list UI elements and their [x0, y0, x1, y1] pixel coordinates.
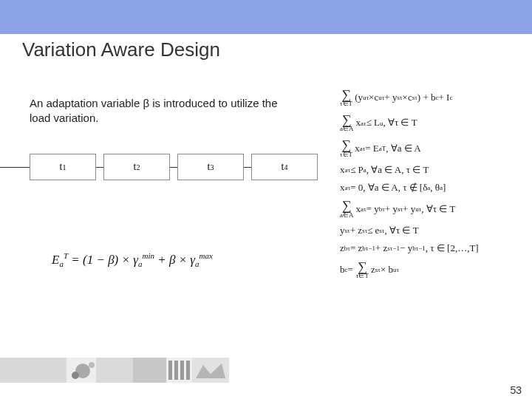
- svg-rect-0: [0, 358, 66, 383]
- svg-rect-8: [168, 361, 172, 380]
- footer-graphic-icon: [0, 358, 532, 383]
- timeline-tick-3: t3: [177, 154, 244, 180]
- main-equation: EaT = (1 − β) × γamin + β × γamax: [52, 251, 213, 268]
- header-band: [0, 0, 532, 34]
- eq-load-limit: ∑a∈A xaτ ≤ Lu , ∀τ ∈ T: [340, 114, 525, 132]
- eq-window: xaτ = 0, ∀a ∈ A, τ ∉ [δa, θa]: [340, 183, 525, 194]
- page-title: Variation Aware Design: [22, 38, 220, 61]
- svg-point-4: [89, 362, 95, 368]
- timeline: t1 t2 t3 t4: [0, 154, 318, 183]
- eq-power-limit: xaτ ≤ Pa , ∀a ∈ A, τ ∈ T: [340, 165, 525, 176]
- svg-rect-12: [192, 358, 229, 383]
- eq-balance: ∑a∈A xaτ = ybτ + ysτ + yuτ , ∀τ ∈ T: [340, 200, 525, 218]
- timeline-tick-2: t2: [103, 154, 170, 180]
- intro-text: An adaptation variable β is introduced t…: [30, 96, 296, 126]
- timeline-tick-4: t4: [251, 154, 318, 180]
- footer-decoration: [0, 358, 532, 383]
- svg-rect-5: [96, 358, 133, 383]
- svg-point-3: [72, 372, 79, 379]
- timeline-tick-1: t1: [30, 154, 96, 180]
- svg-rect-10: [180, 361, 184, 380]
- svg-rect-13: [229, 358, 532, 383]
- eq-battery-state: zbτ = zbτ−1 + zsτ−1 − ybτ−1 , τ ∈ [2,…,T…: [340, 243, 525, 254]
- svg-rect-11: [186, 361, 190, 380]
- constraint-equations: ∑τ∈T (yuτ×cuτ + ysτ×csτ) + bc + Ic ∑a∈A …: [340, 89, 525, 286]
- page-number: 53: [510, 384, 522, 396]
- eq-storage-limit: ysτ + zsτ ≤ esτ , ∀τ ∈ T: [340, 225, 525, 236]
- svg-rect-6: [133, 358, 166, 383]
- svg-rect-9: [174, 361, 178, 380]
- eq-energy: ∑τ∈T xaτ = EaT , ∀a ∈ A: [340, 139, 525, 157]
- eq-battery-cost: bc = ∑τ∈T zsτ × buτ: [340, 261, 525, 279]
- eq-objective: ∑τ∈T (yuτ×cuτ + ysτ×csτ) + bc + Ic: [340, 89, 525, 107]
